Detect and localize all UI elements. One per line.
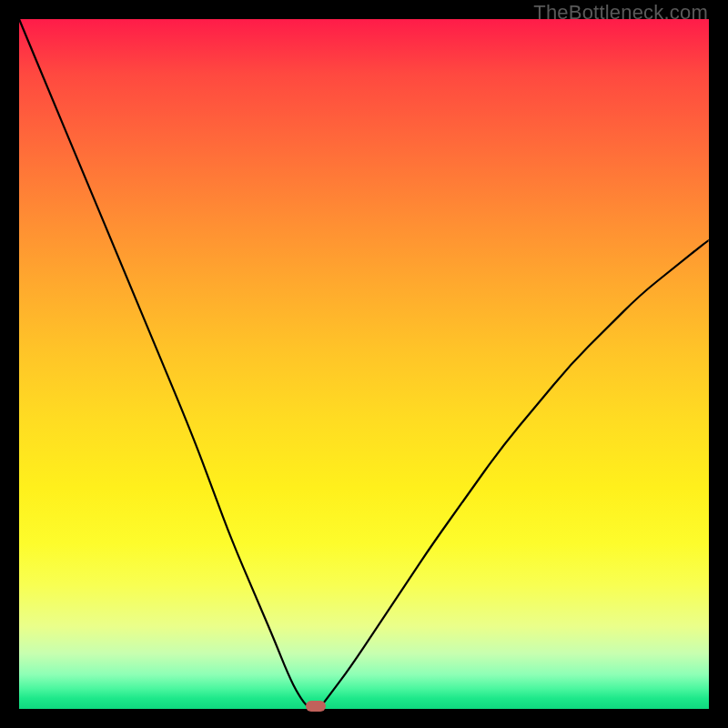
optimum-marker xyxy=(306,701,326,712)
curve-path xyxy=(19,19,709,709)
bottleneck-curve xyxy=(19,19,709,709)
watermark-text: TheBottleneck.com xyxy=(533,1,708,25)
chart-frame: TheBottleneck.com xyxy=(0,0,728,728)
